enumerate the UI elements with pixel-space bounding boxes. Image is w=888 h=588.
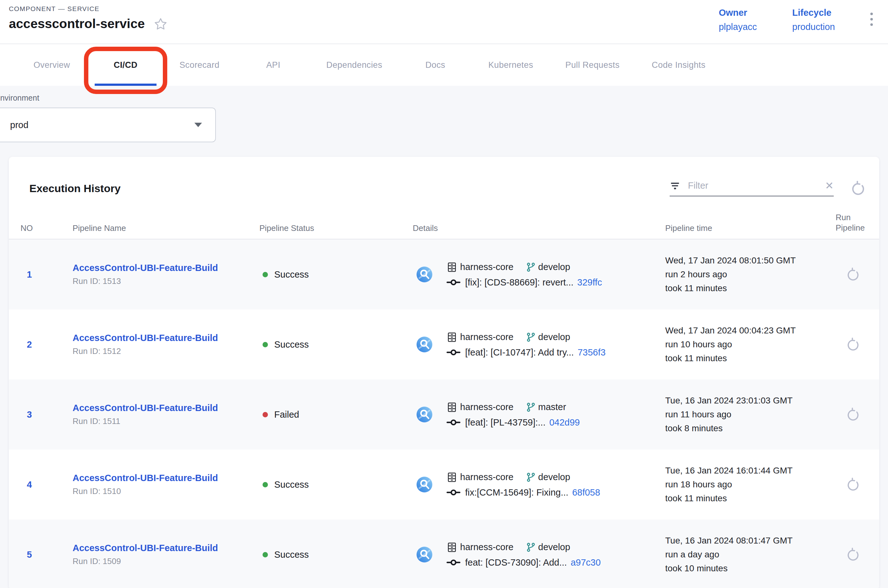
pipeline-time-duration: took 11 minutes	[665, 281, 835, 295]
filter-icon	[670, 180, 681, 191]
repository-name: harness-core	[460, 402, 514, 412]
pipeline-time-duration: took 8 minutes	[665, 422, 835, 435]
git-commit-icon	[446, 418, 461, 426]
pipeline-time-date: Wed, 17 Jan 2024 00:04:23 GMT	[665, 324, 835, 338]
run-pipeline-button[interactable]	[846, 267, 860, 282]
tab-label: Kubernetes	[488, 60, 533, 70]
pipeline-time-duration: took 10 minutes	[665, 561, 835, 575]
environment-label: Environment	[0, 93, 888, 102]
pipeline-execution-icon[interactable]	[416, 406, 433, 423]
execution-history-title: Execution History	[29, 182, 120, 195]
chevron-down-icon	[194, 123, 202, 127]
commit-hash-link[interactable]: 329ffc	[577, 277, 602, 288]
commit-hash-link[interactable]: 042d99	[549, 417, 580, 428]
owner-label: Owner	[719, 8, 757, 18]
row-number[interactable]: 5	[27, 549, 32, 560]
pipeline-name-link[interactable]: AccessControl-UBI-Feature-Build	[72, 473, 218, 483]
git-branch-icon	[526, 332, 536, 343]
pipeline-name-link[interactable]: AccessControl-UBI-Feature-Build	[72, 333, 218, 343]
pipeline-time-duration: took 11 minutes	[665, 492, 835, 506]
column-header-pipeline-time: Pipeline time	[665, 224, 835, 233]
run-pipeline-button[interactable]	[846, 407, 860, 422]
tab-bar: Overview CI/CD Scorecard API Dependencie…	[0, 44, 888, 86]
status-dot-icon	[263, 412, 268, 417]
run-id: Run ID: 1512	[72, 346, 259, 356]
git-branch-icon	[526, 402, 536, 412]
clear-filter-icon[interactable]: ✕	[825, 180, 834, 191]
entity-kind-label: COMPONENT — SERVICE	[9, 5, 168, 13]
pipeline-execution-icon[interactable]	[416, 546, 433, 563]
status-dot-icon	[263, 552, 268, 557]
pipeline-time-ago: run 10 hours ago	[665, 338, 835, 351]
pipeline-name-link[interactable]: AccessControl-UBI-Feature-Build	[72, 543, 218, 553]
pipeline-time: Wed, 17 Jan 2024 00:04:23 GMT run 10 hou…	[665, 324, 835, 365]
tab[interactable]: Pull Requests	[553, 44, 633, 86]
commit-message: fix:[CCM-15649]: Fixing...	[465, 488, 568, 498]
table-row: 3 AccessControl-UBI-Feature-Build Run ID…	[9, 380, 879, 450]
tab-label: Dependencies	[326, 60, 382, 70]
run-pipeline-button[interactable]	[846, 337, 860, 352]
tab[interactable]: Dependencies	[314, 44, 395, 86]
status-label: Success	[274, 339, 309, 350]
status-label: Success	[274, 549, 309, 560]
row-number[interactable]: 1	[27, 269, 32, 279]
pipeline-name-link[interactable]: AccessControl-UBI-Feature-Build	[72, 263, 218, 273]
pipeline-time-ago: run 18 hours ago	[665, 478, 835, 492]
row-number[interactable]: 4	[27, 480, 32, 490]
row-number[interactable]: 2	[27, 339, 32, 350]
table-row: 4 AccessControl-UBI-Feature-Build Run ID…	[9, 450, 879, 519]
status-label: Success	[274, 269, 309, 280]
pipeline-time-ago: run a day ago	[665, 548, 835, 561]
commit-hash-link[interactable]: 7356f3	[577, 347, 606, 358]
git-branch-icon	[526, 542, 536, 553]
run-id: Run ID: 1509	[72, 556, 259, 566]
owner-value[interactable]: plplayacc	[719, 22, 757, 32]
table-body: 1 AccessControl-UBI-Feature-Build Run ID…	[9, 239, 879, 588]
run-pipeline-button[interactable]	[846, 547, 860, 562]
tab[interactable]: Scorecard	[166, 44, 233, 86]
refresh-icon[interactable]	[850, 180, 866, 196]
pipeline-execution-icon[interactable]	[416, 476, 433, 493]
pipeline-time: Tue, 16 Jan 2024 23:01:03 GMT run 11 hou…	[665, 394, 835, 435]
git-commit-icon	[446, 279, 461, 286]
tab[interactable]: Code Insights	[639, 44, 718, 86]
kebab-menu-icon[interactable]	[870, 8, 875, 26]
tab[interactable]: Overview	[18, 44, 85, 86]
column-header-pipeline-status: Pipeline Status	[259, 224, 413, 233]
column-header-run-pipeline: Run Pipeline	[835, 212, 870, 233]
table-row: 1 AccessControl-UBI-Feature-Build Run ID…	[9, 239, 879, 309]
filter-input[interactable]	[687, 180, 818, 191]
entity-header: COMPONENT — SERVICE accesscontrol-servic…	[0, 0, 888, 44]
pipeline-time-duration: took 11 minutes	[665, 351, 835, 365]
tab[interactable]: API	[240, 44, 307, 86]
commit-hash-link[interactable]: a97c30	[571, 557, 601, 568]
branch-name: develop	[538, 472, 570, 482]
commit-hash-link[interactable]: 68f058	[572, 488, 600, 498]
repository-name: harness-core	[460, 542, 514, 552]
page-title: accesscontrol-service	[9, 16, 145, 31]
tab[interactable]: CI/CD	[92, 44, 159, 86]
table-row: 5 AccessControl-UBI-Feature-Build Run ID…	[9, 519, 879, 588]
pipeline-execution-icon[interactable]	[416, 266, 433, 283]
repository-name: harness-core	[460, 332, 514, 342]
row-number[interactable]: 3	[27, 410, 32, 420]
entity-header-left: COMPONENT — SERVICE accesscontrol-servic…	[9, 5, 168, 31]
table-row: 2 AccessControl-UBI-Feature-Build Run ID…	[9, 309, 879, 380]
tab[interactable]: Docs	[402, 44, 469, 86]
run-pipeline-button[interactable]	[846, 477, 860, 492]
favorite-star-icon[interactable]	[154, 17, 168, 31]
pipeline-execution-icon[interactable]	[416, 336, 433, 353]
lifecycle-meta: Lifecycle production	[792, 8, 835, 32]
pipeline-time: Wed, 17 Jan 2024 08:01:50 GMT run 2 hour…	[665, 254, 835, 295]
table-header-row: NO Pipeline Name Pipeline Status Details…	[9, 212, 879, 239]
commit-message: [feat]: [PL-43759]:...	[465, 417, 545, 428]
tab[interactable]: Kubernetes	[476, 44, 545, 86]
pipeline-time-date: Wed, 17 Jan 2024 08:01:50 GMT	[665, 254, 835, 267]
repository-name: harness-core	[460, 472, 514, 482]
pipeline-time-date: Tue, 16 Jan 2024 23:01:03 GMT	[665, 394, 835, 408]
pipeline-name-link[interactable]: AccessControl-UBI-Feature-Build	[72, 403, 218, 413]
tab-label: Overview	[33, 60, 70, 70]
environment-select[interactable]: prod	[0, 108, 216, 142]
repository-name: harness-core	[460, 262, 514, 272]
commit-message: feat: [CDS-73090]: Add...	[465, 557, 567, 568]
